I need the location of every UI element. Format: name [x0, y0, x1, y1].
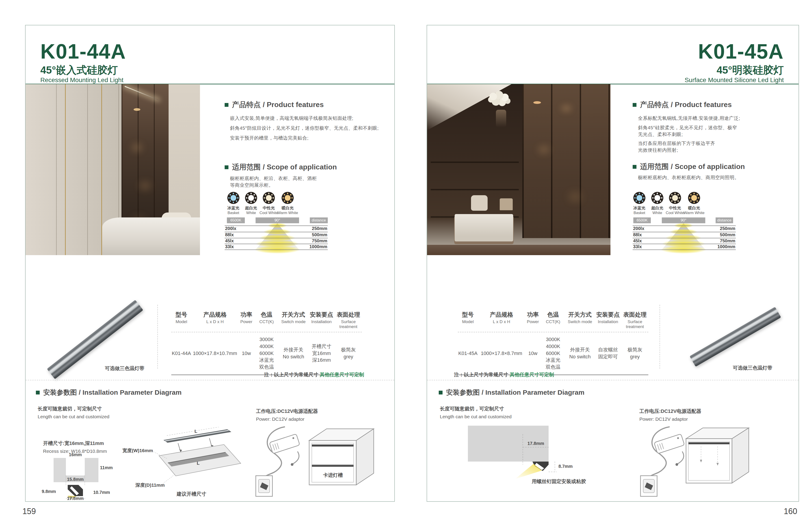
- svg-text:L: L: [197, 460, 200, 465]
- cut-note-cn: 长度可随意裁切，可定制尺寸: [38, 405, 102, 412]
- sun-icon: [263, 192, 275, 204]
- power-en: Power: DC12V adaptor: [256, 417, 304, 422]
- cut-note-en: Length can be cut and customized: [440, 414, 511, 419]
- beam-angle-badge: 90°: [662, 218, 705, 223]
- svg-text:建议开槽尺寸: 建议开槽尺寸: [176, 491, 206, 497]
- dc12v-adaptor-diagram: [251, 424, 302, 498]
- profile-caption: 可选做三色温灯带: [721, 365, 772, 371]
- distance-badge: distance: [310, 218, 328, 223]
- warm-light-glow: [134, 108, 140, 111]
- gold-trim: [65, 84, 66, 255]
- feature-line: 无光点、柔和不刺眼;: [638, 131, 683, 138]
- page-number-left: 159: [23, 507, 36, 516]
- cabinet-install-diagram: 卡进灯槽: [302, 423, 379, 490]
- gold-trim: [101, 84, 102, 255]
- section-separator: [26, 380, 394, 380]
- table-data-row: K01-45A 1000×17.8×8.7mm 10w 3000K4000K 6…: [458, 332, 648, 375]
- svg-text:9.8mm: 9.8mm: [42, 489, 56, 494]
- feature-line: 斜角45°防炫目设计，见光不见灯，迷你型极窄、无光点、柔和不刺眼;: [230, 125, 379, 131]
- square-bullet-icon: [224, 103, 229, 107]
- kelvin-badge: 6500K: [227, 218, 245, 223]
- cut-note-cn: 长度可随意裁切，可定制尺寸: [440, 405, 504, 412]
- profile-caption: 可选做三色温灯带: [93, 365, 144, 372]
- subtitle-en: Recessed Mounting Led Light: [40, 77, 123, 83]
- beam-angle-badge: 90°: [256, 218, 299, 223]
- square-bullet-icon: [633, 103, 636, 107]
- photometric-chart: 6500K 90° distance 200lx 88lx 45lx 33lx …: [224, 218, 328, 252]
- scope-line: 等商业空间展示柜。: [230, 182, 274, 188]
- surface-mount-diagram: 17.8mm 8.7mm 用螺丝钉固定安装或粘胶: [459, 423, 606, 488]
- dc12v-adaptor-diagram: [636, 424, 687, 498]
- svg-text:深度(D)11mm: 深度(D)11mm: [135, 483, 165, 488]
- svg-text:宽度(W)16mm: 宽度(W)16mm: [122, 448, 153, 453]
- sun-icon: [669, 192, 681, 204]
- product-scene-photo: [26, 84, 200, 255]
- install-heading: 安装参数图 / Installation Parameter Diagram: [36, 388, 182, 397]
- vase: [496, 110, 506, 127]
- power-cn: 工作电压:DC12V电源适配器: [256, 408, 318, 415]
- size-note: 注：以上尺寸为常规尺寸 其他任意尺寸可定制: [218, 371, 364, 378]
- feature-line: 光效便往柜内照射;: [638, 147, 678, 153]
- svg-text:卡进灯槽: 卡进灯槽: [323, 472, 343, 478]
- square-bullet-icon: [439, 391, 443, 394]
- table-data-row: K01-44A 1000×17.8×10.7mm 10w 3000K4000K …: [171, 332, 362, 375]
- section-separator: [427, 380, 799, 380]
- features-heading: 产品特点 / Product features: [224, 100, 324, 110]
- svg-text:L: L: [194, 429, 198, 434]
- square-bullet-icon: [633, 165, 636, 169]
- sun-icon: [688, 192, 700, 204]
- scope-line: 橱柜柜底柜内、衣柜柜底柜内、商用空间照明。: [638, 175, 739, 181]
- square-bullet-icon: [224, 165, 229, 169]
- table-header-row: 型号Model 产品规格L x D x H 功率Power 色温CCT(K) 开…: [171, 311, 362, 332]
- page-title: K01-44A: [40, 41, 126, 62]
- vertical-divider: [659, 305, 660, 369]
- sun-icon: [281, 192, 294, 204]
- feature-line: 嵌入式安装,简单便捷，高端无氧铜端子线极简灰铝面处理;: [230, 115, 353, 121]
- feature-line: 斜角45°硅胶柔光，见光不见灯，迷你型、极窄: [638, 125, 737, 131]
- scope-line: 橱柜柜底柜内、柜沿、衣柜、高柜、酒柜: [230, 175, 317, 182]
- subtitle-cn: 45°明装硅胶灯: [716, 65, 784, 75]
- page-right: K01-45A 45°明装硅胶灯 Surface Mounted Silicon…: [426, 25, 799, 502]
- size-note: 注：以上尺寸为常规尺寸 其他任意尺寸可定制: [454, 371, 554, 378]
- svg-text:用螺丝钉固定安装或粘胶: 用螺丝钉固定安装或粘胶: [532, 479, 586, 484]
- svg-text:11mm: 11mm: [100, 465, 113, 470]
- page-title: K01-45A: [698, 41, 784, 62]
- svg-text:8.7mm: 8.7mm: [559, 464, 572, 469]
- features-heading: 产品特点 / Product features: [633, 100, 732, 110]
- cabinet-install-diagram: [680, 423, 754, 490]
- product-scene-photo: [427, 84, 610, 255]
- svg-text:17.8mm: 17.8mm: [67, 496, 84, 500]
- cut-note-en: Length can be cut and customized: [38, 414, 110, 419]
- dresser: [455, 214, 513, 241]
- power-en: Power: DC12V adaptor: [639, 417, 688, 422]
- aluminum-profile-photo: [695, 305, 776, 368]
- vertical-divider: [157, 305, 158, 369]
- photometric-chart: 6500K 90° distance 200lx 88lx 45lx 33lx …: [633, 218, 736, 252]
- page-number-right: 160: [784, 507, 797, 516]
- feature-line: 当灯条应用在层板的下方于板边平齐: [638, 140, 715, 147]
- power-cn: 工作电压:DC12V电源适配器: [639, 408, 701, 415]
- scope-heading: 适用范围 / Scope of application: [633, 162, 745, 172]
- light-color-warm-white: 暖白光 Warm White: [274, 192, 301, 215]
- svg-text:17.8mm: 17.8mm: [527, 441, 544, 446]
- recess-cn: 开槽尺寸:宽16mm,深11mm: [43, 440, 104, 447]
- white-flowers: [489, 93, 497, 100]
- svg-text:15.8mm: 15.8mm: [67, 477, 84, 482]
- spec-table: 型号Model 产品规格L x D x H 功率Power 色温CCT(K) 开…: [171, 311, 362, 375]
- scope-heading: 适用范围 / Scope of application: [224, 162, 337, 172]
- install-heading: 安装参数图 / Installation Parameter Diagram: [439, 388, 584, 397]
- kelvin-badge: 6500K: [633, 218, 651, 223]
- svg-text:10.7mm: 10.7mm: [93, 490, 110, 495]
- handbags: [471, 195, 488, 211]
- floor: [427, 245, 610, 255]
- glass-doors: [522, 84, 610, 238]
- table-header-row: 型号Model 产品规格L x D x H 功率Power 色温CCT(K) 开…: [458, 311, 648, 332]
- groove-board-diagram: L L 宽度(W)16mm 深度(D)11mm 建议开槽尺寸: [122, 427, 243, 499]
- square-bullet-icon: [36, 391, 40, 394]
- cross-section-diagram: 16mm 11mm 15.8mm 9.8mm 10.7mm 17.8mm: [41, 452, 115, 500]
- light-color-warm-white: 暖白光 Warm White: [681, 192, 708, 215]
- spec-table: 型号Model 产品规格L x D x H 功率Power 色温CCT(K) 开…: [458, 311, 648, 375]
- sun-icon: [633, 192, 646, 204]
- aluminum-profile-photo: [46, 306, 144, 373]
- catalog-spread: { "colors": { "brand_green": "#1d5b40", …: [0, 0, 812, 530]
